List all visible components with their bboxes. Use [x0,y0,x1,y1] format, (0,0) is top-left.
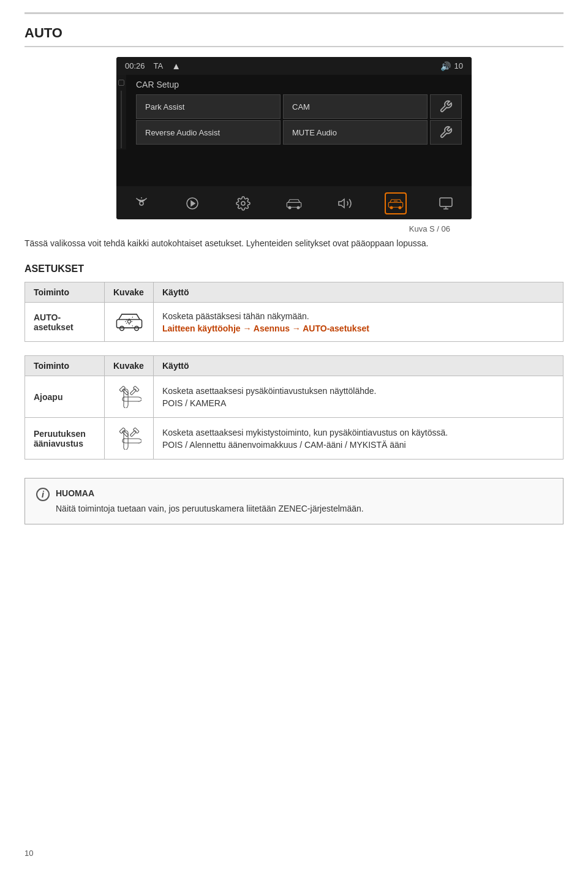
table2-header-kaytto: Käyttö [154,356,564,376]
screen-header-title: CAR Setup [126,75,472,92]
svg-rect-25 [119,428,125,434]
svg-rect-27 [133,428,139,434]
bottom-audio-icon[interactable] [334,192,356,214]
table1-usage-cell: Kosketa päästäksesi tähän näkymään. Lait… [154,303,564,342]
svg-point-17 [119,327,124,331]
table2-header-kuvake: Kuvake [105,356,154,376]
table2-feature-2: Peruutuksen ääniavustus [25,418,105,460]
note-box: i HUOMAA Näitä toimintoja tuetaan vain, … [24,478,564,524]
svg-rect-26 [130,430,136,436]
reverse-audio-item[interactable]: Reverse Audio Assist [136,120,281,145]
body-text: Tässä valikossa voit tehdä kaikki autoko… [24,237,564,250]
bottom-display-icon[interactable] [435,192,457,214]
wrench-icon-2 [113,425,145,452]
nav-icon: ▲ [172,61,181,71]
table1-usage-line1: Kosketa päästäksesi tähän näkymään. [162,311,554,321]
svg-rect-21 [119,386,125,392]
table1-header-kaytto: Käyttö [154,282,564,303]
bottom-play-icon[interactable] [181,192,203,214]
bottom-wifi-icon[interactable] [130,192,153,214]
svg-rect-22 [130,388,136,395]
svg-marker-3 [191,201,195,206]
svg-point-4 [241,202,245,205]
table-row: AUTO-asetukset [25,303,564,342]
note-heading: HUOMAA [56,487,364,500]
screen-sidebar [116,75,126,149]
reverse-audio-wrench-icon[interactable] [430,120,462,145]
table2-feature-1: Ajoapu [25,376,105,418]
status-left: 00:26 TA ▲ [125,61,181,71]
volume-icon: 🔊 [440,61,451,71]
table2-icon-cell-1 [105,376,154,418]
cam-item[interactable]: CAM [283,94,428,119]
screen-menu-row-1: Park Assist CAM [136,94,462,119]
svg-rect-13 [440,198,452,206]
svg-point-6 [288,206,291,209]
status-right: 🔊 10 [440,61,463,71]
screen-time: 00:26 [125,61,145,70]
wrench-icon-1 [113,384,145,410]
bottom-settings-icon[interactable] [232,192,254,214]
screen-row: CAR Setup Park Assist CAM [116,75,472,149]
device-screen: 00:26 TA ▲ 🔊 10 CAR Setup P [116,57,472,219]
table2-usage-line2-2: POIS / Alennettu äänenvoimakkuus / CAM-ä… [162,440,554,450]
table2-icon-cell-2 [105,418,154,460]
bottom-car-icon[interactable] [283,192,305,214]
table-row: Peruutuksen ääniavustus [25,418,564,460]
note-content: HUOMAA Näitä toimintoja tuetaan vain, jo… [56,487,364,515]
section-heading: ASETUKSET [24,263,564,274]
table2-usage-line1-2: Kosketa asettaaksesi mykistystoiminto, k… [162,428,554,437]
svg-point-19 [127,320,130,323]
scroll-indicator [118,80,124,86]
screen-menu-row-2: Reverse Audio Assist MUTE Audio [136,120,462,145]
svg-point-0 [140,202,143,205]
svg-point-7 [297,206,300,209]
svg-marker-8 [339,199,344,208]
table1-icon-cell [105,303,154,342]
svg-point-11 [399,206,401,209]
table2-usage-cell-2: Kosketa asettaaksesi mykistystoiminto, k… [154,418,564,460]
page-title: AUTO [24,25,564,47]
page-number: 10 [24,849,33,858]
table2-header-toiminto: Toiminto [25,356,105,376]
screen-menu: Park Assist CAM Reverse Audio Assist MUT… [126,92,472,149]
svg-rect-23 [133,386,139,392]
table2-usage-line1-1: Kosketa asettaaksesi pysäköintiavustukse… [162,386,554,396]
table1-header-kuvake: Kuvake [105,282,154,303]
page: AUTO 00:26 TA ▲ 🔊 10 CAR Setup [0,0,588,870]
bottom-car-highlight-icon[interactable] [385,192,407,214]
table2-usage-line2-1: POIS / KAMERA [162,398,554,408]
park-assist-wrench-icon[interactable] [430,94,462,119]
screen-caption: Kuva S / 06 [24,224,450,233]
svg-point-18 [134,327,138,331]
screen-channel: TA [154,61,164,70]
mute-audio-item[interactable]: MUTE Audio [283,120,428,145]
svg-point-10 [390,206,393,209]
table1-feature: AUTO-asetukset [25,303,105,342]
screen-bottom-bar [116,186,472,219]
table-row: Ajoapu [25,376,564,418]
table1-usage-line2: Laitteen käyttöohje → Asennus → AUTO-ase… [162,323,554,333]
table2-usage-cell-1: Kosketa asettaaksesi pysäköintiavustukse… [154,376,564,418]
note-info-icon: i [36,488,50,501]
park-assist-item[interactable]: Park Assist [136,94,281,119]
screen-main: CAR Setup Park Assist CAM [126,75,472,149]
table1-header-toiminto: Toiminto [25,282,105,303]
note-text: Näitä toimintoja tuetaan vain, jos peruu… [56,502,364,515]
table-2: Toiminto Kuvake Käyttö Ajoapu [24,355,564,460]
screen-statusbar: 00:26 TA ▲ 🔊 10 [116,57,472,75]
table-1: Toiminto Kuvake Käyttö AUTO-asetukset [24,282,564,342]
car-settings-icon [113,310,145,334]
screen-volume: 10 [454,61,463,70]
scroll-track [121,91,122,148]
top-border [24,12,564,14]
